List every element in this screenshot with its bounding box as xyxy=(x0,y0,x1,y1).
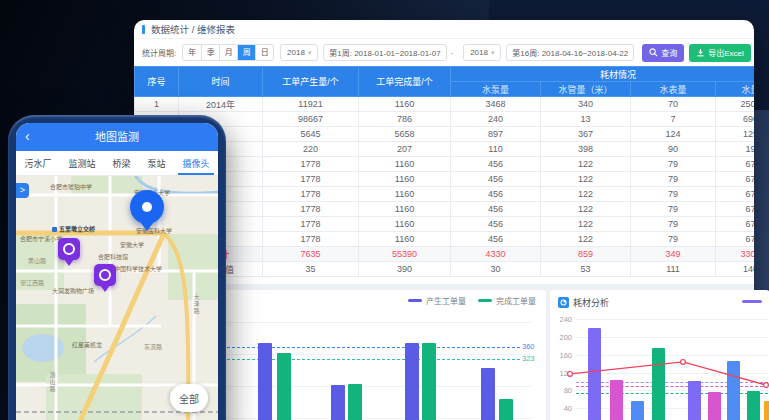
breadcrumb-text: 数据统计 / 维修报表 xyxy=(151,24,235,35)
reference-label: 360 xyxy=(522,342,535,351)
map-label: 大润发购物广场 xyxy=(52,288,94,295)
average-row: 平均值353903053111140 xyxy=(135,262,755,277)
map-label: 合肥市琥珀中学 xyxy=(50,184,92,191)
consumable-chart: 2402001601208040 xyxy=(550,290,769,420)
map-label: 合肥市宁溪小学 xyxy=(20,236,62,243)
export-excel-button[interactable]: 导出Excel xyxy=(689,44,751,62)
legend-item[interactable]: 产生工单量 xyxy=(408,295,466,306)
start-year-select[interactable]: 2018▾ xyxy=(280,44,318,61)
bar xyxy=(499,399,513,420)
start-week-input[interactable]: 第1周: 2018-01-01~2018-01-07 xyxy=(323,44,446,61)
column-header: 工单完成量/个 xyxy=(359,67,451,97)
map-label: 五里墩立交桥 xyxy=(52,226,95,233)
phone-tab[interactable]: 摄像头 xyxy=(180,151,211,175)
map-label: 中国科学技术大学 xyxy=(114,266,162,273)
breadcrumb: 数据统计 / 维修报表 xyxy=(134,20,754,39)
start-week-value: 第1周: 2018-01-01~2018-01-07 xyxy=(329,47,440,58)
consumable-chart-card: 耗材分析 2402001601208040 xyxy=(550,290,769,420)
export-label: 导出Excel xyxy=(708,47,744,58)
end-week-input[interactable]: 第16周: 2018-04-16~2018-04-22 xyxy=(506,44,634,61)
consumable-chart-header: 耗材分析 xyxy=(558,296,762,309)
map-label: 望江西路 xyxy=(20,280,44,287)
pie-chart-icon xyxy=(558,297,569,308)
camera-pin[interactable] xyxy=(58,238,80,260)
period-label: 统计周期: xyxy=(142,47,176,58)
phone-screen: ‹ 地图监测 污水厂监测站桥梁泵站摄像头 xyxy=(16,123,218,420)
range-separator: - xyxy=(451,48,454,57)
camera-pin[interactable] xyxy=(94,264,116,286)
map-view[interactable]: 合肥市琥珀中学安徽农业大学五里墩立交桥合肥市宁溪小学安徽医科大学安徽大学合肥科技… xyxy=(16,176,218,420)
map-label: 大泽路 xyxy=(192,294,199,315)
map-label: 黄山路 xyxy=(28,258,46,265)
period-option[interactable]: 日 xyxy=(255,45,273,60)
map-label: 合肥科技馆 xyxy=(98,254,128,261)
group-header: 耗材情况 xyxy=(451,67,755,82)
bar xyxy=(258,343,272,420)
selected-camera-pin[interactable] xyxy=(130,190,164,224)
reference-label: 323 xyxy=(522,354,535,363)
bar xyxy=(422,343,436,420)
workorder-chart-legend: 产生工单量完成工单量 xyxy=(408,295,536,306)
sub-column-header: 水管量（米） xyxy=(541,82,631,97)
all-filter-button[interactable]: 全部 xyxy=(170,384,208,412)
report-table-wrap: 序号时间工单产生量/个工单完成量/个耗材情况水泵量水管量（米）水表量水量1201… xyxy=(134,66,754,277)
column-header: 工单产生量/个 xyxy=(263,67,359,97)
query-label: 查询 xyxy=(661,47,677,58)
sub-column-header: 水泵量 xyxy=(451,82,541,97)
sub-column-header: 水量 xyxy=(716,82,755,97)
column-header: 序号 xyxy=(135,67,179,97)
phone-mockup: ‹ 地图监测 污水厂监测站桥梁泵站摄像头 xyxy=(8,115,226,420)
calendar-icon: ▾ xyxy=(308,49,312,57)
table-row: 8177811604561227967 xyxy=(135,202,755,217)
phone-tab[interactable]: 泵站 xyxy=(145,151,167,175)
period-option[interactable]: 月 xyxy=(219,45,237,60)
dashboard-panel: 数据统计 / 维修报表 统计周期: 年季月周日 2018▾ 第1周: 2018-… xyxy=(134,20,754,420)
filter-bar: 统计周期: 年季月周日 2018▾ 第1周: 2018-01-01~2018-0… xyxy=(134,39,754,66)
end-year-select[interactable]: 2018▾ xyxy=(463,44,501,61)
start-year-value: 2018 xyxy=(287,48,305,57)
chart-title: 耗材分析 xyxy=(573,296,609,309)
legend-swatch xyxy=(478,299,492,302)
phone-tab[interactable]: 桥梁 xyxy=(110,151,132,175)
table-row: 356455658897367124129 xyxy=(135,127,755,142)
bar xyxy=(331,385,345,420)
phone-title: 地图监测 xyxy=(16,123,218,151)
table-row: 5177811604561227967 xyxy=(135,157,755,172)
legend-item[interactable]: 完成工单量 xyxy=(478,295,536,306)
report-table: 序号时间工单产生量/个工单完成量/个耗材情况水泵量水管量（米）水表量水量1201… xyxy=(134,66,754,277)
phone-tab[interactable]: 监测站 xyxy=(66,151,97,175)
map-label: 红星美凯龙 xyxy=(72,342,102,349)
phone-header: ‹ 地图监测 xyxy=(16,123,218,151)
period-segment: 年季月周日 xyxy=(182,44,274,61)
end-week-value: 第16周: 2018-04-16~2018-04-22 xyxy=(512,47,628,58)
bar xyxy=(405,343,419,420)
table-row: 12014年1192111603468340702500 xyxy=(135,97,755,112)
page: 数据统计 / 维修报表 统计周期: 年季月周日 2018▾ 第1周: 2018-… xyxy=(0,0,769,420)
bar xyxy=(348,384,362,420)
table-row: 42202071103989019 xyxy=(135,142,755,157)
legend-swatch xyxy=(408,299,422,302)
sub-column-header: 水表量 xyxy=(631,82,716,97)
accent-bar xyxy=(142,25,145,34)
total-row: 合计76355539043308593493300 xyxy=(135,247,755,262)
column-header: 时间 xyxy=(179,67,263,97)
trend-line xyxy=(550,290,769,420)
table-row: 10177811604561227967 xyxy=(135,232,755,247)
bar xyxy=(481,368,495,420)
table-row: 9177811604561227967 xyxy=(135,217,755,232)
map-label: 潜山路 xyxy=(48,372,55,393)
end-year-value: 2018 xyxy=(470,48,488,57)
phone-tab-bar: 污水厂监测站桥梁泵站摄像头 xyxy=(16,151,218,176)
search-icon xyxy=(649,48,658,57)
map-label: 东流路 xyxy=(144,344,162,351)
map-label: 安徽大学 xyxy=(120,242,144,249)
table-row: 6177811604561227967 xyxy=(135,172,755,187)
phone-tab[interactable]: 污水厂 xyxy=(22,151,53,175)
map-expand-button[interactable]: > xyxy=(16,183,29,198)
period-option[interactable]: 年 xyxy=(183,45,201,60)
bar xyxy=(277,353,291,420)
table-row: 7177811604561227967 xyxy=(135,187,755,202)
period-option[interactable]: 季 xyxy=(201,45,219,60)
period-option[interactable]: 周 xyxy=(237,45,255,60)
query-button[interactable]: 查询 xyxy=(642,44,684,62)
